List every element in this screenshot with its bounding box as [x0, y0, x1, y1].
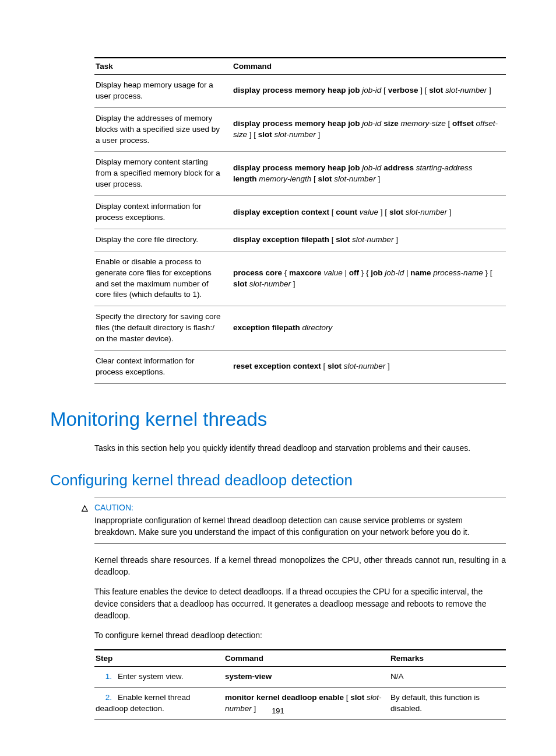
command-cell: display process memory heap job job-id a…: [232, 152, 506, 196]
caution-body: Inappropriate configuration of kernel th…: [94, 514, 506, 538]
command-cell: reset exception context [ slot slot-numb…: [232, 351, 506, 384]
th-task: Task: [94, 58, 232, 75]
task-cell: Enable or disable a process to generate …: [94, 251, 232, 306]
caution-box: △ CAUTION: Inappropriate configuration o…: [94, 498, 506, 544]
command-cell: exception filepath directory: [232, 306, 506, 351]
task-cell: Display memory content starting from a s…: [94, 152, 232, 196]
th-step: Step: [94, 650, 224, 667]
task-cell: Specify the directory for saving core fi…: [94, 306, 232, 351]
paragraph-3: This feature enables the device to detec…: [94, 586, 506, 621]
caution-icon: △: [82, 503, 88, 512]
intro-paragraph: Tasks in this section help you quickly i…: [94, 442, 506, 454]
task-cell: Display heap memory usage for a user pro…: [94, 75, 232, 108]
page-number: 191: [0, 706, 556, 715]
table-row: Enable or disable a process to generate …: [94, 251, 506, 306]
task-cell: Display the core file directory.: [94, 229, 232, 251]
table-row: Display the addresses of memory blocks w…: [94, 107, 506, 152]
paragraph-4: To configure kernel thread deadloop dete…: [94, 629, 506, 641]
command-cell: display process memory heap job job-id s…: [232, 107, 506, 152]
command-table-1: Task Command Display heap memory usage f…: [94, 57, 506, 384]
table-row: Specify the directory for saving core fi…: [94, 306, 506, 351]
command-cell: display exception filepath [ slot slot-n…: [232, 229, 506, 251]
table-row: Clear context information for process ex…: [94, 351, 506, 384]
remarks-cell: N/A: [389, 667, 506, 688]
table-row: Display heap memory usage for a user pro…: [94, 75, 506, 108]
task-cell: Clear context information for process ex…: [94, 351, 232, 384]
table-row: Display context information for process …: [94, 196, 506, 229]
command-cell: system-view: [224, 667, 389, 688]
step-cell: 1.Enter system view.: [94, 667, 224, 688]
caution-label-text: CAUTION:: [94, 503, 133, 512]
heading-1: Monitoring kernel threads: [50, 408, 506, 430]
table-row: Display memory content starting from a s…: [94, 152, 506, 196]
command-cell: display process memory heap job job-id […: [232, 75, 506, 108]
th-command: Command: [232, 58, 506, 75]
table-row: Display the core file directory.display …: [94, 229, 506, 251]
paragraph-2: Kernel threads share resources. If a ker…: [94, 554, 506, 578]
th-remarks: Remarks: [389, 650, 506, 667]
table-row: 1.Enter system view.system-viewN/A: [94, 667, 506, 688]
task-cell: Display context information for process …: [94, 196, 232, 229]
command-cell: display exception context [ count value …: [232, 196, 506, 229]
caution-label: △ CAUTION:: [94, 503, 506, 512]
th-command2: Command: [224, 650, 389, 667]
command-cell: process core { maxcore value | off } { j…: [232, 251, 506, 306]
heading-2: Configuring kernel thread deadloop detec…: [50, 471, 506, 489]
task-cell: Display the addresses of memory blocks w…: [94, 107, 232, 152]
